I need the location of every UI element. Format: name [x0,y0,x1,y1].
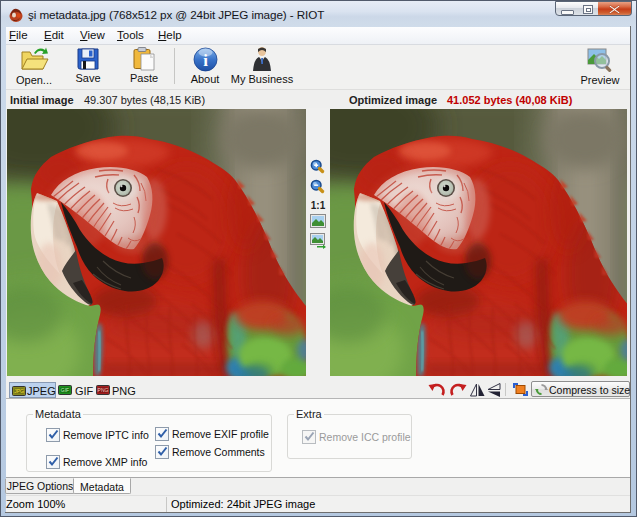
svg-text:GIF: GIF [61,387,69,393]
svg-text:JPG: JPG [14,388,24,394]
svg-text:PNG: PNG [98,387,109,393]
svg-text:i: i [203,51,208,70]
